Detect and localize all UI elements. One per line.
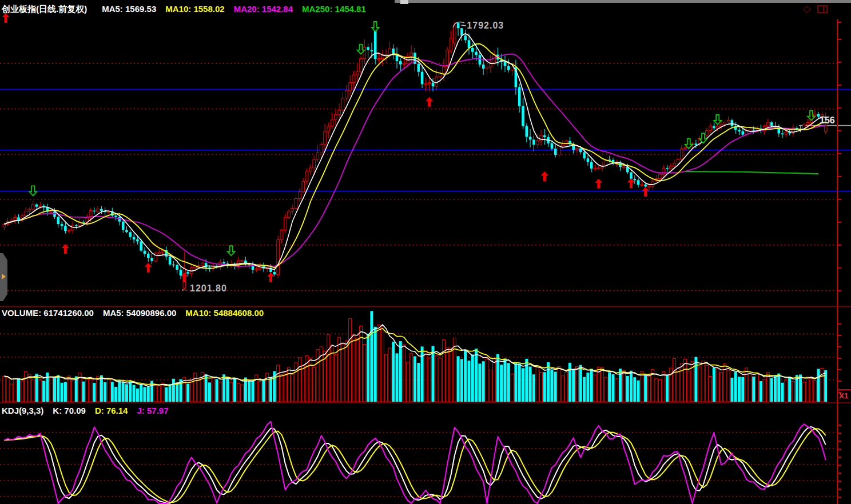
axis-tick (837, 381, 841, 382)
axis-tick (837, 481, 841, 482)
volume-ma10-legend: MA10: 54884608.00 (185, 308, 264, 318)
high-price-annotation: ~1792.03 (461, 21, 504, 31)
diamond-icon[interactable]: ◇ (803, 3, 810, 15)
titlebar-strip (395, 0, 851, 3)
axis-tick (837, 358, 841, 359)
kdj-j-value: J: 57.97 (137, 406, 168, 415)
right-price-axis (837, 19, 838, 504)
price-panel-header: 创业板指(日线.前复权)MA5: 1569.53MA10: 1558.02MA2… (2, 4, 375, 15)
axis-tick (837, 323, 841, 325)
axis-tick (837, 457, 841, 458)
ma20-legend: MA20: 1542.84 (234, 4, 293, 14)
volume-unit-label: X1 (839, 391, 848, 400)
ma250-legend: MA250: 1454.81 (302, 4, 366, 14)
axis-tick (837, 346, 841, 347)
volume-ma5-legend: MA5: 54090896.00 (103, 308, 176, 318)
volume-unit-box-line (837, 389, 851, 390)
split-window-icon[interactable] (817, 5, 828, 13)
kdj-chart-canvas[interactable] (0, 404, 837, 504)
axis-tick (837, 107, 841, 109)
axis-tick (837, 245, 841, 246)
axis-tick (837, 441, 841, 442)
kdj-indicator-name: KDJ(9,3,3) (2, 406, 43, 415)
kdj-k-value: K: 70.09 (53, 406, 86, 415)
price-chart-canvas[interactable] (0, 17, 851, 306)
axis-tick (837, 473, 841, 474)
ma10-legend: MA10: 1558.02 (165, 4, 224, 14)
axis-tick (837, 153, 841, 154)
axis-tick (837, 62, 841, 63)
titlebar-button[interactable] (400, 0, 408, 4)
low-price-annotation: ←1201.80 (180, 283, 227, 294)
axis-tick (837, 22, 841, 23)
axis-tick (837, 39, 841, 40)
volume-value: VOLUME: 61741260.00 (2, 308, 94, 318)
volume-panel-header: VOLUME: 61741260.00MA5: 54090896.00MA10:… (2, 308, 273, 318)
axis-tick (837, 85, 841, 86)
axis-tick (837, 449, 841, 450)
axis-tick (837, 176, 841, 177)
axis-tick (837, 425, 841, 426)
axis-tick (837, 465, 841, 466)
kdj-panel-header: KDJ(9,3,3)K: 70.09D: 76.14J: 57.97 (2, 406, 178, 415)
kdj-d-value: D: 76.14 (95, 406, 128, 415)
chart-app-window: 创业板指(日线.前复权)MA5: 1569.53MA10: 1558.02MA2… (0, 0, 851, 504)
axis-tick (837, 369, 841, 370)
axis-tick (837, 199, 841, 200)
instrument-title: 创业板指(日线.前复权) (2, 4, 87, 14)
panel-separator (0, 306, 851, 307)
last-price-label: 156 (820, 115, 835, 126)
panel-separator (0, 402, 851, 403)
axis-tick (837, 290, 841, 291)
axis-tick (837, 497, 841, 498)
split-window-icon-bar (823, 6, 824, 12)
volume-chart-canvas[interactable] (0, 307, 837, 403)
ma5-legend: MA5: 1569.53 (102, 4, 156, 14)
axis-tick (837, 267, 841, 269)
axis-tick (837, 335, 841, 336)
axis-tick (837, 433, 841, 434)
axis-tick (837, 130, 841, 131)
axis-tick (837, 489, 841, 490)
axis-tick (837, 222, 841, 223)
sidebar-expand-arrow-icon[interactable] (2, 274, 6, 279)
